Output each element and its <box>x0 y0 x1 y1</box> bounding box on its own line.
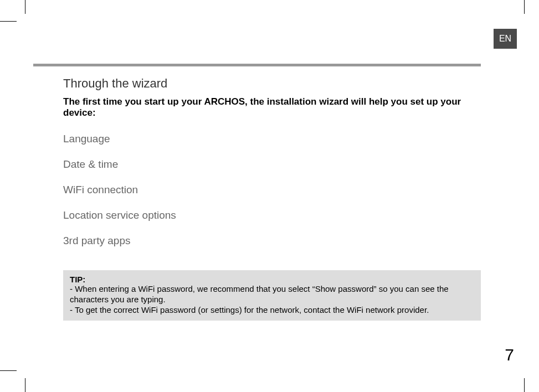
tip-line: - When entering a WiFi password, we reco… <box>70 284 474 305</box>
horizontal-rule <box>33 64 481 66</box>
list-item: WiFi connection <box>63 184 481 196</box>
tip-line: - To get the correct WiFi password (or s… <box>70 305 474 316</box>
page-content: Through the wizard The first time you st… <box>33 64 481 321</box>
list-item: 3rd party apps <box>63 235 481 247</box>
tip-box: TIP: - When entering a WiFi password, we… <box>63 270 481 321</box>
crop-mark <box>0 370 17 371</box>
section-intro: The first time you start up your ARCHOS,… <box>63 96 481 118</box>
list-item: Location service options <box>63 209 481 221</box>
page-number: 7 <box>505 345 514 364</box>
crop-mark <box>524 378 525 392</box>
list-item: Date & time <box>63 158 481 171</box>
crop-mark <box>524 0 525 14</box>
tip-heading: TIP: <box>70 275 474 284</box>
crop-mark <box>25 378 25 392</box>
crop-mark <box>0 21 17 22</box>
section-title: Through the wizard <box>63 76 481 91</box>
list-item: Language <box>63 133 481 145</box>
language-tab: EN <box>494 29 517 49</box>
crop-mark <box>25 0 25 14</box>
